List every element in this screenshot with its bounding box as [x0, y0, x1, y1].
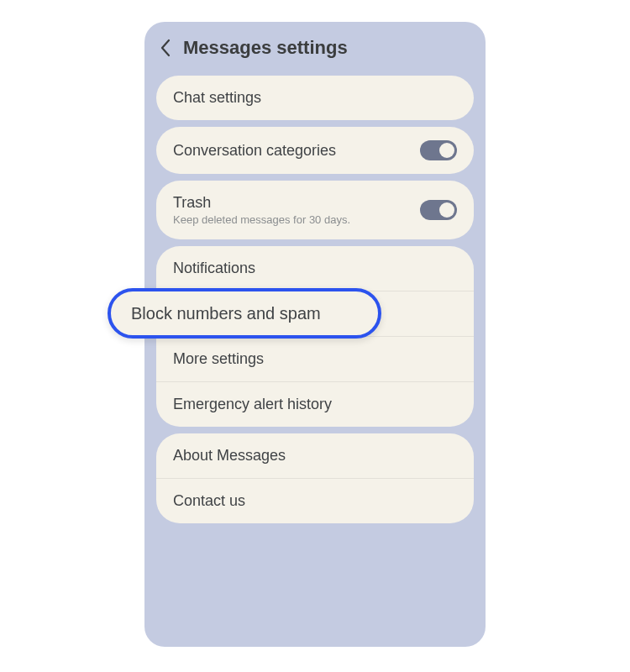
more-settings-row[interactable]: More settings: [156, 336, 474, 381]
notifications-row[interactable]: Notifications: [156, 246, 474, 291]
trash-toggle[interactable]: [420, 200, 457, 220]
settings-card: About Messages Contact us: [156, 433, 474, 523]
row-sublabel: Keep deleted messages for 30 days.: [173, 213, 350, 226]
settings-header: Messages settings: [144, 22, 486, 69]
trash-row[interactable]: Trash Keep deleted messages for 30 days.: [156, 181, 474, 239]
row-label: Trash: [173, 194, 350, 212]
emergency-alert-row[interactable]: Emergency alert history: [156, 381, 474, 427]
row-label: Contact us: [173, 492, 245, 510]
settings-card: Trash Keep deleted messages for 30 days.: [156, 181, 474, 239]
row-label: Emergency alert history: [173, 396, 332, 413]
row-label: About Messages: [173, 447, 286, 465]
contact-us-row[interactable]: Contact us: [156, 478, 474, 523]
back-icon[interactable]: [160, 39, 171, 57]
about-messages-row[interactable]: About Messages: [156, 433, 474, 478]
row-label: Chat settings: [173, 89, 261, 107]
chat-settings-row[interactable]: Chat settings: [156, 76, 474, 120]
highlight-label: Block numbers and spam: [131, 304, 321, 323]
screen-container: Messages settings Chat settings Conversa…: [0, 0, 630, 672]
conversation-categories-toggle[interactable]: [420, 140, 457, 160]
page-title: Messages settings: [183, 37, 348, 59]
row-label: Conversation categories: [173, 142, 336, 160]
settings-card: Chat settings: [156, 76, 474, 120]
settings-card: Conversation categories: [156, 127, 474, 174]
row-label: More settings: [173, 350, 264, 368]
conversation-categories-row[interactable]: Conversation categories: [156, 127, 474, 174]
highlight-callout[interactable]: Block numbers and spam: [108, 288, 381, 339]
row-label: Notifications: [173, 260, 255, 277]
